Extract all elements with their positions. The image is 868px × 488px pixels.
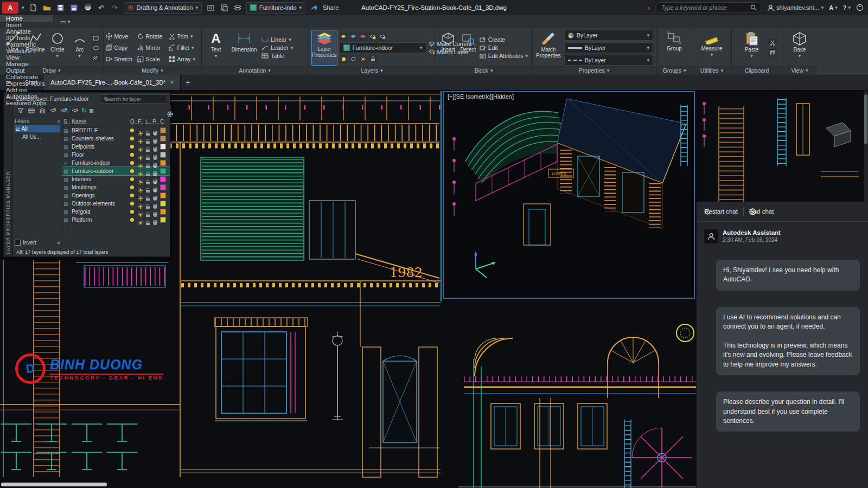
layer-status-icon[interactable] [63,201,72,207]
layer-search-input[interactable] [104,95,164,102]
layer-freeze-icon[interactable] [359,55,367,63]
drawing-tab[interactable]: AutoCAD-FY25_Fire-...-Book-Cafe_01_3D* × [44,75,181,90]
layer-name[interactable]: Floor [72,152,130,158]
hatch-tool-icon[interactable] [92,54,100,62]
panel-title-annotation[interactable]: Annotation▾ [202,66,308,75]
layer-name[interactable]: Furniture-indoor [72,160,130,166]
new-drawing-tab-button[interactable]: + [181,75,195,90]
measure-button[interactable]: Measure▾ [697,30,726,66]
layer-name[interactable]: Platform [72,217,130,223]
paste-button[interactable]: Paste▾ [737,30,767,66]
new-layer-icon[interactable] [49,107,57,115]
insert-button[interactable]: Insert [439,30,457,66]
scale-button[interactable]: Scale [137,54,168,65]
layer-on-icon[interactable] [130,201,138,207]
panel-title-view[interactable]: View▾ [782,66,817,75]
ribbon-tab[interactable]: Collaborate [0,74,53,80]
delete-layer-icon[interactable] [71,107,79,115]
share-label[interactable]: Share [323,4,339,11]
layer-on-icon[interactable] [130,176,138,182]
trim-button[interactable]: Trim▾ [169,31,200,42]
stretch-button[interactable]: Stretch [106,54,137,65]
layer-name[interactable]: Defpoints [72,144,130,150]
layer-row[interactable]: Mouldings [62,183,170,191]
new-file-icon[interactable] [29,3,39,12]
new-group-filter-icon[interactable] [27,107,35,115]
layers-cascade-icon[interactable] [233,3,242,12]
layer-state-icon-3[interactable] [359,33,367,41]
layer-on-icon[interactable] [130,184,138,190]
layer-on-icon[interactable] [130,144,138,150]
layer-color-swatch[interactable] [160,152,166,158]
layer-row[interactable]: Furniture-outdoor [62,167,170,175]
layer-state-icon-2[interactable] [349,33,358,41]
layer-row[interactable]: Interiors [62,175,170,183]
layer-on-icon[interactable] [130,209,138,215]
layer-name[interactable]: Mouldings [72,184,130,190]
layer-grid-header[interactable]: S..NameO..F..L..P..C [62,117,170,126]
layer-status-icon[interactable] [63,184,72,190]
layer-status-icon[interactable] [63,209,72,215]
redo-icon[interactable]: ↷ [110,3,120,12]
section-drawing[interactable] [442,300,696,488]
far-right-drawing[interactable] [696,90,868,202]
help-button[interactable]: ?▾ [843,4,851,11]
sync-icon[interactable] [856,4,864,11]
plot-preview-icon[interactable] [206,3,215,12]
create-block-button[interactable]: Create [480,36,528,43]
layer-search-box[interactable] [101,94,167,104]
layer-color-swatch[interactable] [160,144,166,150]
workspace-combo[interactable]: Drafting & Annotation▾ [124,2,202,14]
layer-row[interactable]: Floor [62,151,170,159]
mirror-button[interactable]: Mirror [137,42,168,53]
layer-status-icon[interactable] [63,136,72,142]
invert-collapse-icon[interactable]: « [57,240,60,246]
ribbon-tab[interactable]: Add-ins [0,87,53,93]
ribbon-tab[interactable]: Annotate [0,28,53,35]
layer-properties-button[interactable]: Layer Properties [311,30,337,66]
layer-on-icon[interactable] [130,217,138,223]
match-properties-button[interactable]: Match Properties [535,30,562,66]
invert-checkbox[interactable] [15,240,21,246]
table-button[interactable]: Table [261,53,293,59]
layer-states-icon[interactable] [38,107,46,115]
layer-lock-icon[interactable] [369,55,377,63]
base-button[interactable]: Base▾ [786,30,814,66]
layer-on-icon[interactable] [130,160,138,166]
quick-layer-combo[interactable]: Furniture-indo▾ [246,2,305,14]
layer-row[interactable]: Pergola [62,208,170,216]
ribbon-tab[interactable]: Visualize [0,48,53,54]
ribbon-tab[interactable]: Insert [0,22,53,28]
layer-color-swatch[interactable] [160,209,166,215]
move-button[interactable]: Move [106,31,137,42]
search-icon[interactable] [750,4,757,11]
rectangle-tool-icon[interactable] [92,34,100,42]
drawing-canvas[interactable]: 1982 [0,90,868,488]
share-icon[interactable] [309,3,319,12]
cut-icon[interactable] [769,39,777,47]
layer-status-icon[interactable] [63,152,72,158]
layer-name[interactable]: Counters-shelves [72,136,130,142]
layer-color-swatch[interactable] [160,127,166,133]
panel-title-utilities[interactable]: Utilities▾ [692,66,731,75]
layer-state-icon-4[interactable] [369,33,377,41]
rotate-button[interactable]: Rotate [137,31,168,42]
ribbon-tab[interactable]: Featured Apps [0,100,53,106]
layer-name[interactable]: BRDTITLE [72,127,130,133]
layer-on-icon[interactable] [130,136,138,142]
layer-row[interactable]: Outdoor-elements [62,200,170,208]
layer-select-combo[interactable]: Furniture-indoor▾ [340,42,426,53]
save-icon[interactable] [56,3,66,12]
ellipse-tool-icon[interactable] [92,44,100,52]
layer-color-swatch[interactable] [160,136,166,142]
new-layer-vp-icon[interactable] [60,107,68,115]
ribbon-tab[interactable]: Automation [0,93,53,100]
layer-on-icon[interactable] [130,192,138,198]
filters-collapse-icon[interactable]: « [57,118,60,124]
detect-button[interactable]: Detect [459,30,477,66]
panel-title-properties[interactable]: Properties▾ [532,66,656,75]
layer-status-icon[interactable] [63,168,72,174]
layer-off-icon[interactable] [340,55,348,63]
layer-row[interactable]: Counters-shelves [62,134,170,143]
lineweight-combo[interactable]: ByLayer▾ [564,42,653,53]
